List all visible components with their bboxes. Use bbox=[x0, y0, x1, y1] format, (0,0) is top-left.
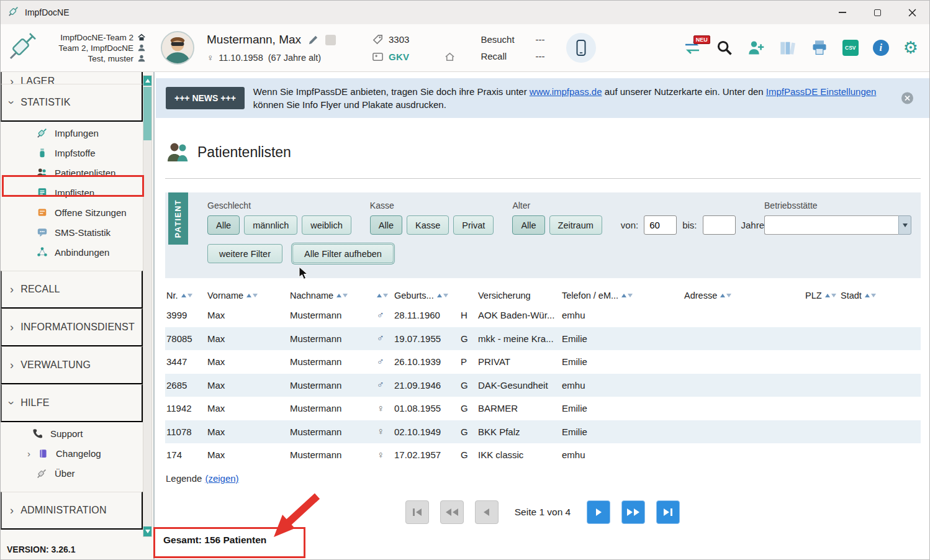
weitere-filter-button[interactable]: weitere Filter bbox=[207, 244, 282, 263]
table-row[interactable]: 11942 Max Mustermann ♀ 01.08.1955 G BARM… bbox=[165, 397, 921, 420]
sidebar-section-recall[interactable]: › RECALL bbox=[1, 271, 143, 309]
sidebar-item-patientenlisten[interactable]: Patientenlisten bbox=[1, 163, 143, 183]
patient-birthdate: 11.10.1958 bbox=[219, 53, 263, 63]
news-link-impfpass[interactable]: www.impfpass.de bbox=[530, 86, 602, 97]
column-header-geburtsdatum[interactable]: Geburts... bbox=[393, 291, 459, 300]
filter-alter-alle[interactable]: Alle bbox=[512, 215, 544, 235]
filter-alter-zeitraum[interactable]: Zeitraum bbox=[549, 215, 602, 235]
mobile-phone-button[interactable] bbox=[566, 33, 596, 63]
scroll-up-button[interactable] bbox=[143, 76, 151, 86]
sidebar-section-label: RECALL bbox=[20, 284, 60, 295]
sidebar-item-changelog[interactable]: › Changelog bbox=[1, 443, 143, 463]
current-user: Test, muster bbox=[88, 54, 133, 63]
team-info: ImpfDocNE-Team 2 Team 2, ImpfDocNE Test,… bbox=[43, 33, 146, 63]
column-header-versicherung[interactable]: Versicherung bbox=[477, 291, 561, 300]
sidebar-scrollbar[interactable] bbox=[143, 75, 152, 537]
cell-gender: ♂ bbox=[376, 333, 393, 344]
print-button[interactable] bbox=[811, 40, 828, 56]
app-logo-syringe-icon bbox=[8, 32, 37, 63]
cell-nr: 78085 bbox=[165, 333, 206, 344]
sidebar-item-offene-sitzungen[interactable]: Offene Sitzungen bbox=[1, 202, 143, 222]
sidebar-item-anbindungen[interactable]: Anbindungen bbox=[1, 242, 143, 262]
betriebsstaette-dropdown-button[interactable] bbox=[898, 215, 911, 235]
filter-kasse-alle[interactable]: Alle bbox=[370, 215, 402, 235]
cell-telefon: Emilie bbox=[561, 427, 683, 437]
info-button[interactable]: i bbox=[873, 40, 889, 56]
news-link-einstellungen[interactable]: ImpfPassDE Einstellungen bbox=[766, 86, 877, 97]
news-badge[interactable]: +++ NEWS +++ bbox=[166, 87, 245, 109]
table-row[interactable]: 78085 Max Mustermann ♂ 19.07.1955 G mkk … bbox=[165, 327, 921, 351]
edit-patient-button[interactable] bbox=[307, 34, 319, 46]
sidebar-item-impflisten[interactable]: Impflisten bbox=[1, 183, 143, 202]
close-button[interactable] bbox=[895, 1, 929, 24]
sidebar-section-statistik[interactable]: › STATISTIK bbox=[1, 84, 143, 122]
age-from-input[interactable] bbox=[644, 215, 677, 235]
filter-kasse-privat[interactable]: Privat bbox=[453, 215, 494, 235]
scroll-down-button[interactable] bbox=[143, 526, 151, 536]
sidebar-section-lager[interactable]: › LAGER bbox=[1, 72, 143, 84]
table-row[interactable]: 11078 Max Mustermann ♀ 02.10.1949 G BKK … bbox=[165, 420, 921, 444]
sidebar-item-impfstoffe[interactable]: Impfstoffe bbox=[1, 143, 143, 163]
search-button[interactable] bbox=[716, 39, 733, 56]
total-patients: Gesamt: 156 Patienten bbox=[163, 535, 929, 546]
column-header-nr[interactable]: Nr. bbox=[165, 291, 206, 300]
filter-tab-patient[interactable]: PATIENT bbox=[168, 192, 188, 245]
last-page-button[interactable] bbox=[656, 500, 680, 524]
csv-export-button[interactable]: CSV bbox=[842, 40, 859, 56]
column-header-vorname[interactable]: Vorname bbox=[206, 291, 289, 300]
sidebar-item-support[interactable]: Support bbox=[1, 423, 143, 443]
prev-page-button[interactable] bbox=[475, 500, 499, 524]
column-header-stadt[interactable]: Stadt bbox=[839, 291, 921, 300]
sidebar-section-informationsdienst[interactable]: › INFORMATIONSDIENST bbox=[1, 309, 143, 346]
table-row[interactable]: 3447 Max Mustermann ♂ 26.10.1939 P PRIVA… bbox=[165, 350, 921, 374]
fast-next-button[interactable] bbox=[621, 500, 645, 524]
sort-icon bbox=[720, 294, 731, 297]
add-patient-button[interactable] bbox=[747, 40, 765, 56]
filter-geschlecht-alle[interactable]: Alle bbox=[207, 215, 240, 235]
maximize-button[interactable] bbox=[860, 1, 895, 24]
fast-prev-icon bbox=[446, 508, 451, 516]
age-to-input[interactable] bbox=[703, 215, 736, 235]
filter-kasse-kasse[interactable]: Kasse bbox=[407, 215, 449, 235]
sidebar-section-hilfe[interactable]: › HILFE bbox=[1, 384, 143, 422]
first-page-button[interactable] bbox=[405, 500, 429, 524]
sidebar-item-label: Impflisten bbox=[55, 187, 94, 198]
table-row[interactable]: 3999 Max Mustermann ♂ 28.11.1960 H AOK B… bbox=[165, 304, 921, 327]
settings-button[interactable]: ⚙ bbox=[903, 40, 918, 56]
column-header-geschlecht[interactable] bbox=[376, 294, 393, 297]
next-page-button[interactable] bbox=[587, 500, 610, 524]
minimize-button[interactable] bbox=[825, 1, 860, 24]
news-close-button[interactable] bbox=[901, 93, 913, 104]
sidebar-item-sms-statistik[interactable]: SMS-Statistik bbox=[1, 222, 143, 242]
cell-nachname: Mustermann bbox=[289, 380, 376, 391]
fast-prev-button[interactable] bbox=[440, 500, 464, 524]
table-row[interactable]: 174 Max Mustermann ♀ 17.02.1957 G IKK cl… bbox=[165, 443, 921, 467]
practice-icon bbox=[137, 33, 146, 42]
legend-show-link[interactable]: (zeigen) bbox=[205, 473, 238, 484]
sidebar-item-ueber[interactable]: Über bbox=[1, 463, 143, 483]
arrow-up-icon bbox=[145, 79, 150, 83]
column-header-telefon[interactable]: Telefon / eM... bbox=[561, 291, 683, 300]
table-row[interactable]: 2685 Max Mustermann ♂ 21.09.1946 G DAK-G… bbox=[165, 374, 921, 397]
scrollbar-thumb[interactable] bbox=[143, 87, 151, 140]
documentation-button[interactable] bbox=[779, 40, 797, 56]
sidebar-section-administration[interactable]: › ADMINISTRATION bbox=[1, 492, 143, 530]
patient-avatar[interactable] bbox=[161, 31, 194, 65]
column-header-adresse[interactable]: Adresse bbox=[683, 291, 804, 300]
sidebar-section-verwaltung[interactable]: › VERWALTUNG bbox=[1, 346, 143, 384]
filter-tab-label: PATIENT bbox=[174, 199, 183, 238]
alle-filter-aufheben-button[interactable]: Alle Filter aufheben bbox=[292, 244, 394, 263]
sort-icon bbox=[865, 294, 876, 297]
column-header-plz[interactable]: PLZ bbox=[804, 291, 839, 300]
filter-geschlecht-weiblich[interactable]: weiblich bbox=[302, 215, 351, 235]
cell-gender: ♂ bbox=[376, 379, 393, 391]
cell-vorname: Max bbox=[206, 333, 289, 344]
gear-icon: ⚙ bbox=[903, 40, 918, 56]
filter-geschlecht-maennlich[interactable]: männlich bbox=[244, 215, 297, 235]
sidebar-item-impfungen[interactable]: Impfungen bbox=[1, 123, 143, 143]
data-transfer-button[interactable]: NEU bbox=[683, 40, 702, 56]
betriebsstaette-input[interactable] bbox=[764, 215, 898, 235]
cell-vorname: Max bbox=[206, 310, 289, 320]
column-header-nachname[interactable]: Nachname bbox=[289, 291, 376, 300]
sort-icon bbox=[181, 294, 192, 297]
